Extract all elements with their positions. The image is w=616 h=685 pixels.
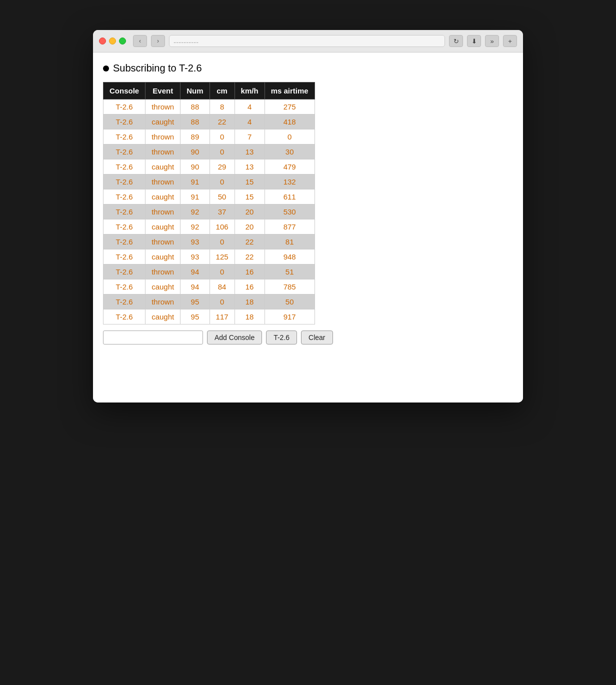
table-cell: 16 [234,280,264,294]
address-bar[interactable]: ............... [169,35,445,47]
table-header-km/h: km/h [234,82,264,100]
table-cell: 37 [210,204,234,220]
close-button[interactable] [99,38,106,44]
data-table: ConsoleEventNumcmkm/hms airtime T-2.6thr… [103,82,315,324]
table-row: T-2.6thrown89070 [104,130,315,144]
url-text: ............... [174,38,198,44]
table-cell: T-2.6 [104,144,146,160]
bullet-icon [103,66,109,72]
table-cell: T-2.6 [104,250,146,264]
table-cell: thrown [146,234,180,250]
table-header-cm: cm [210,82,234,100]
table-cell: 93 [180,250,210,264]
table-cell: T-2.6 [104,190,146,204]
table-header-event: Event [146,82,180,100]
browser-chrome: ‹ › ............... ↻ ⬇ » + [93,30,523,52]
page-title-text: Subscribing to T-2.6 [113,62,202,74]
browser-window: ‹ › ............... ↻ ⬇ » + Subscribing … [93,30,523,402]
table-cell: 15 [234,174,264,190]
maximize-button[interactable] [119,38,126,44]
table-cell: caught [146,190,180,204]
table-cell: 0 [210,264,234,280]
table-cell: caught [146,160,180,174]
table-row: T-2.6thrown9501850 [104,294,315,310]
table-cell: 90 [180,144,210,160]
table-row: T-2.6caught915015611 [104,190,315,204]
download-button[interactable]: ⬇ [467,35,481,47]
table-cell: 132 [264,174,314,190]
table-row: T-2.6thrown9001330 [104,144,315,160]
table-cell: 18 [234,310,264,324]
table-header-console: Console [104,82,146,100]
table-cell: T-2.6 [104,160,146,174]
table-cell: 4 [234,114,264,130]
table-cell: thrown [146,294,180,310]
more-button[interactable]: » [485,35,499,47]
table-cell: caught [146,310,180,324]
table-cell: T-2.6 [104,204,146,220]
new-tab-button[interactable]: + [503,35,517,47]
table-cell: T-2.6 [104,280,146,294]
table-cell: 0 [264,130,314,144]
table-row: T-2.6caught9511718917 [104,310,315,324]
table-cell: 30 [264,144,314,160]
table-cell: thrown [146,100,180,114]
table-cell: 88 [180,100,210,114]
table-cell: 0 [210,234,234,250]
table-cell: 611 [264,190,314,204]
table-cell: 117 [210,310,234,324]
browser-content: Subscribing to T-2.6 ConsoleEventNumcmkm… [93,52,523,402]
table-cell: 50 [210,190,234,204]
table-cell: 20 [234,204,264,220]
table-cell: 0 [210,174,234,190]
table-cell: caught [146,280,180,294]
table-cell: 92 [180,220,210,234]
table-row: T-2.6thrown8884275 [104,100,315,114]
table-header-num: Num [180,82,210,100]
table-cell: T-2.6 [104,264,146,280]
table-cell: 91 [180,174,210,190]
table-cell: 90 [180,160,210,174]
table-cell: 89 [180,130,210,144]
table-cell: 22 [210,114,234,130]
table-cell: T-2.6 [104,234,146,250]
table-cell: 275 [264,100,314,114]
console-input[interactable] [103,330,203,344]
table-cell: 877 [264,220,314,234]
minimize-button[interactable] [109,38,116,44]
table-cell: 4 [234,100,264,114]
forward-button[interactable]: › [151,35,165,47]
table-row: T-2.6thrown9401651 [104,264,315,280]
table-cell: caught [146,220,180,234]
table-header-ms-airtime: ms airtime [264,82,314,100]
table-cell: T-2.6 [104,310,146,324]
table-cell: 125 [210,250,234,264]
reload-button[interactable]: ↻ [449,35,463,47]
table-cell: 13 [234,160,264,174]
table-cell: 94 [180,280,210,294]
subscribe-button[interactable]: T-2.6 [266,330,297,344]
table-cell: 7 [234,130,264,144]
table-cell: thrown [146,264,180,280]
table-cell: 948 [264,250,314,264]
back-button[interactable]: ‹ [133,35,147,47]
table-row: T-2.6caught902913479 [104,160,315,174]
table-cell: 0 [210,144,234,160]
clear-button[interactable]: Clear [301,330,332,344]
table-cell: caught [146,114,180,130]
table-row: T-2.6thrown91015132 [104,174,315,190]
table-row: T-2.6caught88224418 [104,114,315,130]
table-cell: 81 [264,234,314,250]
table-row: T-2.6caught948416785 [104,280,315,294]
add-console-button[interactable]: Add Console [207,330,262,344]
table-header-row: ConsoleEventNumcmkm/hms airtime [104,82,315,100]
table-cell: 50 [264,294,314,310]
table-cell: 51 [264,264,314,280]
table-cell: thrown [146,204,180,220]
table-cell: 917 [264,310,314,324]
table-cell: 84 [210,280,234,294]
table-cell: 95 [180,294,210,310]
table-cell: T-2.6 [104,130,146,144]
table-cell: T-2.6 [104,114,146,130]
table-cell: 22 [234,250,264,264]
